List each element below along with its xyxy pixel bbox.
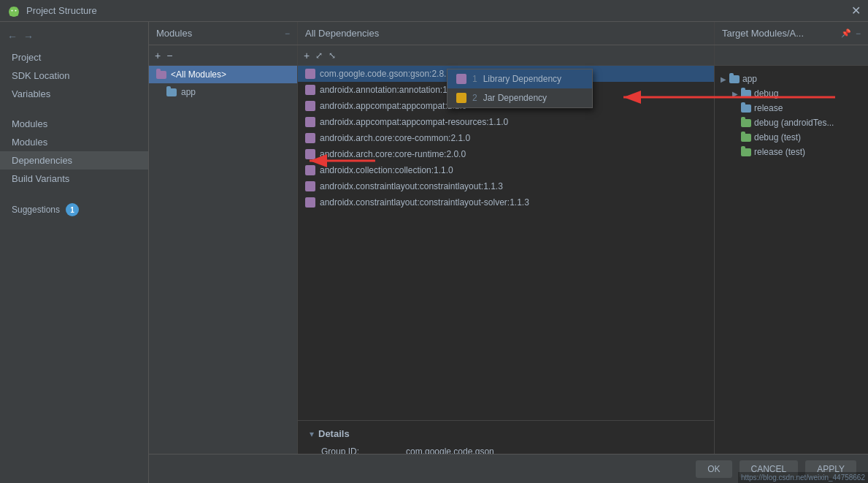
dep-item-5[interactable]: androidx.arch.core:core-runtime:2.0.0 bbox=[298, 146, 714, 162]
release-tree-folder-icon bbox=[741, 104, 751, 113]
sidebar-item-dependencies[interactable]: Dependencies bbox=[0, 151, 148, 170]
modules-list: <All Modules> app bbox=[149, 66, 298, 483]
ok-button[interactable]: OK bbox=[696, 460, 731, 478]
dep-item-8[interactable]: androidx.constraintlayout:constraintlayo… bbox=[298, 194, 714, 210]
deps-expand-btn[interactable]: ⤢ bbox=[315, 50, 323, 61]
all-deps-title: All Dependencies bbox=[305, 28, 379, 39]
tree-item-release-test-label: release (test) bbox=[754, 147, 805, 157]
dep-item-4[interactable]: androidx.arch.core:core-common:2.1.0 bbox=[298, 130, 714, 146]
dep-label-3: androidx.appcompat:appcompat-resources:1… bbox=[320, 117, 508, 127]
tree-item-debug-android[interactable]: ▶ debug (androidTes... bbox=[715, 115, 868, 130]
tree-item-debug[interactable]: ▶ debug bbox=[715, 86, 868, 101]
deps-plus-btn[interactable]: + bbox=[304, 50, 310, 61]
tree-item-debug-test[interactable]: ▶ debug (test) bbox=[715, 130, 868, 145]
dep-label-0: com.google.code.gson:gson:2.8.5 bbox=[320, 69, 451, 79]
tree-item-release[interactable]: ▶ release bbox=[715, 101, 868, 115]
tree-item-app-label: app bbox=[742, 74, 757, 84]
dropdown-num-1: 1 bbox=[472, 74, 477, 84]
debug-test-folder-icon bbox=[741, 134, 751, 142]
dep-label-1: androidx.annotation:annotation:1.1.0 bbox=[320, 85, 462, 95]
app-label: app bbox=[181, 87, 196, 97]
sidebar-section-modules: Modules bbox=[0, 115, 148, 133]
debug-tree-folder-icon bbox=[741, 90, 751, 98]
all-modules-folder-icon bbox=[156, 71, 166, 79]
dep-icon-4 bbox=[305, 133, 315, 143]
right-panel-content: ▶ app ▶ debug ▶ release bbox=[715, 66, 868, 483]
sidebar-item-sdk-location[interactable]: SDK Location bbox=[0, 66, 148, 85]
modules-title: Modules bbox=[156, 28, 192, 39]
svg-rect-1 bbox=[9, 11, 18, 16]
right-toolbar bbox=[715, 45, 868, 65]
svg-point-2 bbox=[12, 9, 13, 11]
window-title: Project Structure bbox=[26, 5, 97, 16]
deps-toolbar: + ⤢ ⤡ bbox=[298, 45, 715, 65]
dep-icon-0 bbox=[305, 69, 315, 79]
title-bar: Project Structure ✕ bbox=[0, 0, 868, 22]
svg-point-3 bbox=[15, 9, 17, 11]
sidebar-divider bbox=[0, 103, 148, 115]
dep-label-7: androidx.constraintlayout:constraintlayo… bbox=[320, 181, 503, 191]
suggestions-label: Suggestions bbox=[12, 205, 60, 215]
dropdown-item-library[interactable]: 1 Library Dependency bbox=[448, 69, 592, 88]
tree-item-app[interactable]: ▶ app bbox=[715, 72, 868, 86]
dep-icon-3 bbox=[305, 117, 315, 127]
sidebar-item-modules[interactable]: Modules bbox=[0, 133, 148, 151]
target-modules-tree: ▶ app ▶ debug ▶ release bbox=[715, 66, 868, 165]
suggestions-badge: 1 bbox=[66, 203, 79, 216]
right-header-actions: 📌 − bbox=[841, 28, 861, 39]
tree-item-release-test[interactable]: ▶ release (test) bbox=[715, 145, 868, 159]
dep-item-7[interactable]: androidx.constraintlayout:constraintlayo… bbox=[298, 178, 714, 194]
sidebar-item-build-variants[interactable]: Build Variants bbox=[0, 170, 148, 188]
sidebar: ← → Project SDK Location Variables Modul… bbox=[0, 22, 149, 483]
back-arrow[interactable]: ← bbox=[7, 31, 18, 42]
dep-icon-2 bbox=[305, 101, 315, 111]
forward-arrow[interactable]: → bbox=[23, 31, 34, 42]
modules-panel-header: Modules − bbox=[149, 22, 298, 45]
close-icon[interactable]: ✕ bbox=[851, 4, 861, 18]
details-title: Details bbox=[318, 428, 350, 439]
dep-icon-5 bbox=[305, 149, 315, 159]
dep-icon-7 bbox=[305, 181, 315, 191]
tree-item-debug-android-label: debug (androidTes... bbox=[754, 118, 834, 128]
dep-item-3[interactable]: androidx.appcompat:appcompat-resources:1… bbox=[298, 114, 714, 130]
release-test-folder-icon bbox=[741, 148, 751, 156]
right-panel-header: Target Modules/A... 📌 − bbox=[715, 22, 868, 45]
dep-label-4: androidx.arch.core:core-common:2.1.0 bbox=[320, 133, 470, 143]
all-deps-header: All Dependencies bbox=[298, 22, 715, 45]
module-item-app[interactable]: app bbox=[149, 83, 297, 101]
dropdown-label-jar: Jar Dependency bbox=[483, 93, 547, 103]
app-chevron: ▶ bbox=[721, 75, 726, 83]
tree-item-release-label: release bbox=[754, 103, 783, 113]
dependencies-area: com.google.code.gson:gson:2.8.5 androidx… bbox=[298, 66, 715, 483]
dep-icon-1 bbox=[305, 85, 315, 95]
dropdown-label-library: Library Dependency bbox=[483, 74, 561, 84]
details-header[interactable]: ▾ Details bbox=[310, 428, 702, 439]
modules-minus-btn[interactable]: − bbox=[285, 28, 290, 39]
dep-icon-6 bbox=[305, 165, 315, 175]
dep-label-8: androidx.constraintlayout:constraintlayo… bbox=[320, 197, 529, 208]
app-folder-icon bbox=[166, 88, 177, 96]
main-layout: ← → Project SDK Location Variables Modul… bbox=[0, 22, 868, 483]
sidebar-item-variables[interactable]: Variables bbox=[0, 85, 148, 103]
dep-item-6[interactable]: androidx.collection:collection:1.1.0 bbox=[298, 162, 714, 178]
dropdown-item-jar[interactable]: 2 Jar Dependency bbox=[448, 88, 592, 107]
deps-collapse-btn[interactable]: ⤡ bbox=[329, 50, 336, 61]
dep-icon-8 bbox=[305, 197, 315, 208]
modules-toolbar: + − bbox=[149, 45, 298, 65]
dep-label-2: androidx.appcompat:appcompat:1.1.0 bbox=[320, 101, 466, 111]
sidebar-item-suggestions[interactable]: Suggestions 1 bbox=[0, 199, 148, 220]
add-dependency-dropdown: 1 Library Dependency 2 Jar Dependency bbox=[447, 69, 593, 108]
modules-minus-btn-2[interactable]: − bbox=[166, 50, 172, 61]
pin-icon[interactable]: 📌 bbox=[841, 28, 851, 38]
app-tree-folder-icon bbox=[729, 75, 740, 83]
tree-item-debug-label: debug bbox=[754, 88, 778, 99]
sidebar-divider-2 bbox=[0, 188, 148, 199]
sidebar-item-project[interactable]: Project bbox=[0, 48, 148, 66]
title-bar-left: Project Structure bbox=[7, 4, 97, 18]
right-minus-btn[interactable]: − bbox=[856, 28, 861, 39]
debug-chevron: ▶ bbox=[732, 90, 738, 98]
module-item-all[interactable]: <All Modules> bbox=[149, 66, 297, 83]
modules-plus-btn[interactable]: + bbox=[155, 50, 161, 61]
android-icon bbox=[7, 4, 20, 18]
dep-label-6: androidx.collection:collection:1.1.0 bbox=[320, 165, 453, 175]
